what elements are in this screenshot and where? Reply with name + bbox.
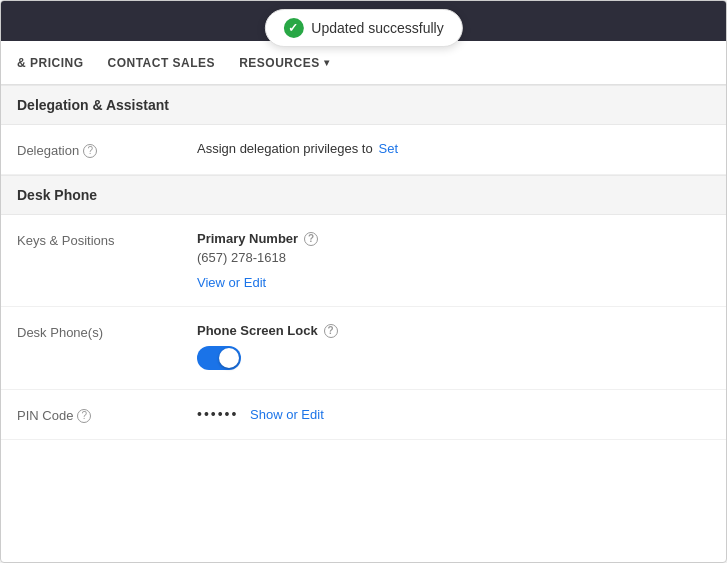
keys-positions-row: Keys & Positions Primary Number ? (657) … xyxy=(1,215,726,307)
keys-positions-content: Primary Number ? (657) 278-1618 View or … xyxy=(197,231,710,290)
keys-positions-label-text: Keys & Positions xyxy=(17,233,115,248)
primary-number-title: Primary Number ? xyxy=(197,231,710,246)
nav-item-pricing[interactable]: & PRICING xyxy=(17,56,84,70)
delegation-label: Delegation ? xyxy=(17,141,197,158)
toast-message: Updated successfully xyxy=(311,20,443,36)
content-area: Delegation & Assistant Delegation ? Assi… xyxy=(1,85,726,440)
delegation-inner: Assign delegation privileges to Set xyxy=(197,141,710,156)
desk-phones-label-text: Desk Phone(s) xyxy=(17,325,103,340)
desk-phones-label: Desk Phone(s) xyxy=(17,323,197,340)
nav-pricing-label: & PRICING xyxy=(17,56,84,70)
view-or-edit-link[interactable]: View or Edit xyxy=(197,275,266,290)
toggle-wrapper xyxy=(197,346,710,373)
pin-code-help-icon[interactable]: ? xyxy=(77,409,91,423)
nav-menu: & PRICING CONTACT SALES RESOURCES ▾ xyxy=(1,41,726,85)
delegation-set-link[interactable]: Set xyxy=(379,141,399,156)
desk-phones-content: Phone Screen Lock ? xyxy=(197,323,710,373)
primary-number-help-icon[interactable]: ? xyxy=(304,232,318,246)
show-or-edit-link[interactable]: Show or Edit xyxy=(250,407,324,422)
delegation-help-icon[interactable]: ? xyxy=(83,144,97,158)
phone-screen-lock-toggle[interactable] xyxy=(197,346,241,370)
pin-code-content: •••••• Show or Edit xyxy=(197,406,710,422)
phone-screen-lock-title: Phone Screen Lock ? xyxy=(197,323,710,338)
phone-screen-lock-help-icon[interactable]: ? xyxy=(324,324,338,338)
delegation-section-title: Delegation & Assistant xyxy=(17,97,169,113)
success-icon xyxy=(283,18,303,38)
toggle-track xyxy=(197,346,241,370)
nav-item-contact-sales[interactable]: CONTACT SALES xyxy=(108,56,216,70)
phone-number-value: (657) 278-1618 xyxy=(197,250,710,265)
primary-number-text: Primary Number xyxy=(197,231,298,246)
toggle-thumb xyxy=(219,348,239,368)
desk-phone-section-header: Desk Phone xyxy=(1,175,726,215)
top-bar: Updated successfully xyxy=(1,1,726,41)
keys-positions-label: Keys & Positions xyxy=(17,231,197,248)
pin-code-label: PIN Code ? xyxy=(17,406,197,423)
pin-code-row: PIN Code ? •••••• Show or Edit xyxy=(1,390,726,440)
nav-contact-sales-label: CONTACT SALES xyxy=(108,56,216,70)
desk-phones-row: Desk Phone(s) Phone Screen Lock ? xyxy=(1,307,726,390)
delegation-row: Delegation ? Assign delegation privilege… xyxy=(1,125,726,175)
pin-dots: •••••• xyxy=(197,406,238,422)
desk-phone-section-title: Desk Phone xyxy=(17,187,97,203)
phone-screen-lock-text: Phone Screen Lock xyxy=(197,323,318,338)
delegation-description: Assign delegation privileges to xyxy=(197,141,373,156)
delegation-content: Assign delegation privileges to Set xyxy=(197,141,710,156)
pin-code-label-text: PIN Code xyxy=(17,408,73,423)
nav-resources-arrow: ▾ xyxy=(324,57,330,68)
main-window: Updated successfully & PRICING CONTACT S… xyxy=(0,0,727,563)
delegation-label-text: Delegation xyxy=(17,143,79,158)
nav-resources-label: RESOURCES xyxy=(239,56,320,70)
nav-item-resources[interactable]: RESOURCES ▾ xyxy=(239,56,329,70)
success-toast: Updated successfully xyxy=(264,9,462,47)
delegation-section-header: Delegation & Assistant xyxy=(1,85,726,125)
